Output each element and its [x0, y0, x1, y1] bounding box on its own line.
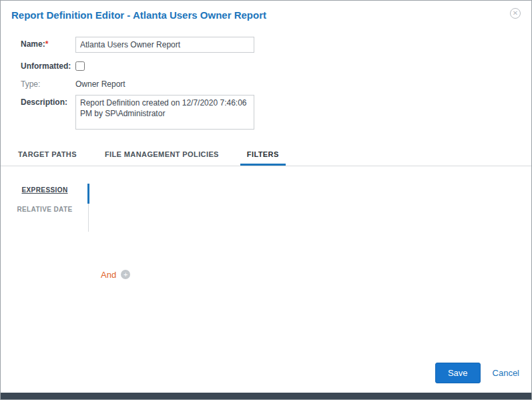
name-input[interactable]: [75, 37, 254, 53]
name-label: Name:*: [21, 37, 75, 49]
tab-target-paths[interactable]: TARGET PATHS: [11, 146, 83, 166]
nav-item-relative-date[interactable]: RELATIVE DATE: [1, 203, 89, 222]
plus-circle-icon[interactable]: +: [121, 270, 130, 279]
name-row: Name:*: [21, 37, 531, 53]
unformatted-checkbox[interactable]: [75, 61, 85, 71]
type-value: Owner Report: [75, 77, 125, 89]
tabs-row: TARGET PATHS FILE MANAGEMENT POLICIES FI…: [1, 136, 531, 166]
required-asterisk: *: [45, 39, 49, 49]
cancel-link[interactable]: Cancel: [493, 368, 519, 378]
report-definition-editor-dialog: Report Definition Editor - Atlanta Users…: [0, 0, 532, 400]
dialog-header: Report Definition Editor - Atlanta Users…: [1, 1, 531, 27]
active-nav-indicator: [87, 184, 89, 204]
tab-file-management-policies[interactable]: FILE MANAGEMENT POLICIES: [98, 146, 226, 166]
close-icon[interactable]: ✕: [510, 8, 521, 19]
filters-panel: EXPRESSION RELATIVE DATE And +: [1, 166, 531, 363]
filter-sub-nav: EXPRESSION RELATIVE DATE: [1, 184, 89, 363]
form-area: Name:* Unformatted: Type: Owner Report D…: [1, 27, 531, 136]
bottom-accent-bar: [1, 393, 531, 399]
description-row: Description: Report Definition created o…: [21, 95, 531, 130]
dialog-footer: Save Cancel: [1, 363, 531, 393]
name-label-text: Name:: [21, 39, 45, 49]
tab-filters[interactable]: FILTERS: [240, 146, 286, 166]
unformatted-label: Unformatted:: [21, 59, 75, 71]
save-button[interactable]: Save: [435, 363, 481, 383]
description-textarea[interactable]: Report Definition created on 12/7/2020 7…: [75, 95, 254, 130]
expression-operator[interactable]: And: [101, 270, 116, 280]
description-label: Description:: [21, 95, 75, 107]
dialog-title: Report Definition Editor - Atlanta Users…: [11, 9, 266, 21]
expression-content: And +: [89, 184, 130, 363]
unformatted-row: Unformatted:: [21, 59, 531, 71]
type-row: Type: Owner Report: [21, 77, 531, 89]
type-label: Type:: [21, 77, 75, 89]
nav-item-expression[interactable]: EXPRESSION: [1, 184, 89, 203]
